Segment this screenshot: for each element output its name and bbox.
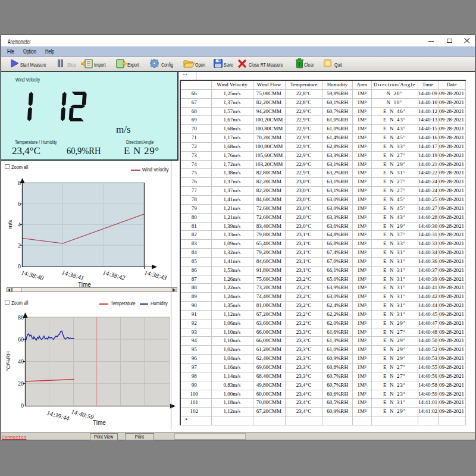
svg-text:Time: Time — [78, 281, 91, 288]
svg-text:40: 40 — [18, 358, 24, 365]
svg-text:0: 0 — [18, 263, 21, 270]
svg-text:20: 20 — [18, 380, 24, 387]
svg-text:6: 6 — [18, 201, 21, 207]
svg-text:14:38:43: 14:38:43 — [143, 269, 167, 281]
svg-text:4: 4 — [18, 221, 21, 228]
svg-text:°C/%RH: °C/%RH — [5, 351, 11, 371]
svg-text:14:39:44: 14:39:44 — [46, 409, 70, 422]
svg-text:m/s: m/s — [7, 220, 13, 228]
svg-text:2: 2 — [18, 242, 21, 249]
svg-text:8: 8 — [18, 180, 21, 186]
svg-text:80: 80 — [18, 314, 24, 321]
svg-text:14:40:59: 14:40:59 — [70, 408, 95, 421]
svg-text:14:38:40: 14:38:40 — [20, 269, 45, 281]
svg-text:14:38:42: 14:38:42 — [102, 269, 126, 281]
svg-text:14:38:41: 14:38:41 — [61, 269, 84, 281]
svg-text:60: 60 — [18, 336, 24, 343]
svg-text:0: 0 — [21, 402, 24, 409]
svg-text:Time: Time — [93, 419, 106, 426]
